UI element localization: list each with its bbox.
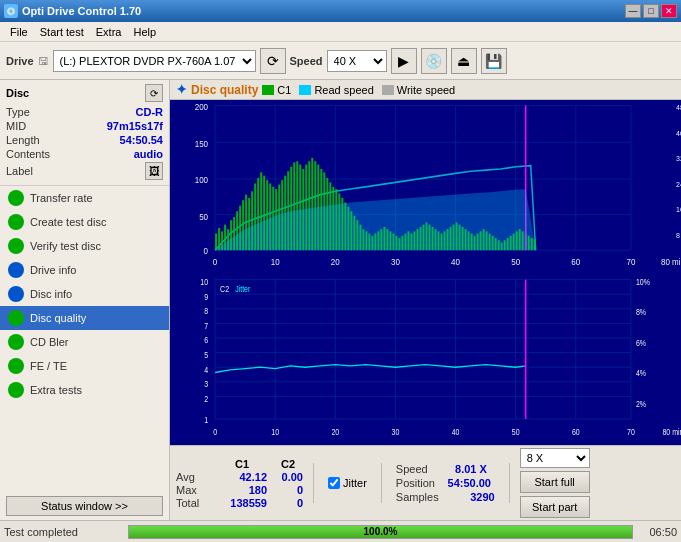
svg-text:30: 30 [391,256,400,267]
disc-length-value: 54:50.54 [120,134,163,146]
disc-section: Disc ⟳ Type CD-R MID 97m15s17f Length 54… [0,80,169,186]
svg-text:80 min: 80 min [662,426,681,436]
speed-label: Speed [290,55,323,67]
sidebar-item-drive-info[interactable]: Drive info [0,258,169,282]
stats-divider-3 [509,463,510,503]
menu-extra[interactable]: Extra [90,25,128,39]
nav-icon-create-test-disc [8,214,24,230]
svg-text:20: 20 [331,256,340,267]
legend-c1: C1 [262,84,291,96]
svg-text:0: 0 [204,245,209,256]
nav-icon-verify-test-disc [8,238,24,254]
maximize-button[interactable]: □ [643,4,659,18]
bottom-chart: 10 9 8 7 6 5 4 3 2 1 C2 Jitter [170,273,681,446]
disc-contents-row: Contents audio [6,147,163,161]
legend-write-speed: Write speed [382,84,456,96]
close-button[interactable]: ✕ [661,4,677,18]
status-window-button[interactable]: Status window >> [6,496,163,516]
nav-icon-fe-te [8,358,24,374]
stats-max-row: Max 180 0 [176,484,303,496]
menu-start-test[interactable]: Start test [34,25,90,39]
sidebar-item-extra-tests[interactable]: Extra tests [0,378,169,402]
speed-select[interactable]: 40 X [327,50,387,72]
sidebar-item-verify-test-disc[interactable]: Verify test disc [0,234,169,258]
drive-refresh-button[interactable]: ⟳ [260,48,286,74]
samples-row: Samples 3290 [396,491,495,503]
sidebar-item-transfer-rate[interactable]: Transfer rate [0,186,169,210]
sidebar-item-fe-te[interactable]: FE / TE [0,354,169,378]
disc-mid-label: MID [6,120,26,132]
legend-c1-color [262,85,274,95]
legend-write-speed-color [382,85,394,95]
svg-text:8: 8 [204,306,208,316]
toolbar-go-button[interactable]: ▶ [391,48,417,74]
disc-refresh-button[interactable]: ⟳ [145,84,163,102]
sidebar-item-disc-info[interactable]: Disc info [0,282,169,306]
nav-label-drive-info: Drive info [30,264,76,276]
jitter-check-group: Jitter [324,477,371,489]
nav-icon-drive-info [8,262,24,278]
minimize-button[interactable]: — [625,4,641,18]
buttons-col: 8 X Start full Start part [520,448,590,518]
svg-text:80 min: 80 min [661,256,681,267]
title-bar-text: 💿 Opti Drive Control 1.70 [4,4,141,18]
sidebar-item-disc-quality[interactable]: Disc quality [0,306,169,330]
position-label: Position [396,477,435,489]
speed-value: 8.01 X [437,463,487,475]
drive-select[interactable]: (L:) PLEXTOR DVDR PX-760A 1.07 [53,50,256,72]
sidebar-item-create-test-disc[interactable]: Create test disc [0,210,169,234]
disc-label-button[interactable]: 🖼 [145,162,163,180]
sidebar-item-cd-bler[interactable]: CD Bler [0,330,169,354]
stats-avg-c2: 0.00 [273,471,303,483]
toolbar: Drive 🖫 (L:) PLEXTOR DVDR PX-760A 1.07 ⟳… [0,42,681,80]
svg-text:70: 70 [627,426,635,436]
jitter-label: Jitter [343,477,367,489]
svg-text:4: 4 [204,364,208,374]
svg-text:10: 10 [271,256,280,267]
status-bar: Test completed 100.0% 06:50 [0,520,681,542]
stats-total-c2: 0 [273,497,303,509]
svg-text:50: 50 [199,212,208,223]
toolbar-eject-button[interactable]: ⏏ [451,48,477,74]
svg-text:30: 30 [392,426,400,436]
start-part-button[interactable]: Start part [520,496,590,518]
app-title: Opti Drive Control 1.70 [22,5,141,17]
menu-help[interactable]: Help [127,25,162,39]
disc-label-row: Label 🖼 [6,161,163,181]
start-full-button[interactable]: Start full [520,471,590,493]
title-bar: 💿 Opti Drive Control 1.70 — □ ✕ [0,0,681,22]
svg-text:40: 40 [452,426,460,436]
samples-label: Samples [396,491,439,503]
speed-row: Speed 8.01 X [396,463,495,475]
nav-icon-disc-quality [8,310,24,326]
disc-contents-label: Contents [6,148,50,160]
menu-file[interactable]: File [4,25,34,39]
svg-text:50: 50 [511,256,520,267]
svg-text:40 X: 40 X [676,128,681,137]
stats-c1-header: C1 [217,458,267,470]
svg-text:10: 10 [271,426,279,436]
disc-type-label: Type [6,106,30,118]
nav-label-disc-info: Disc info [30,288,72,300]
top-chart: 200 150 100 50 0 0 10 20 30 40 50 60 70 … [170,100,681,273]
nav-label-extra-tests: Extra tests [30,384,82,396]
svg-text:Jitter: Jitter [235,283,250,293]
disc-type-value: CD-R [136,106,164,118]
stats-total-row: Total 138559 0 [176,497,303,509]
status-text: Test completed [4,526,124,538]
sidebar: Disc ⟳ Type CD-R MID 97m15s17f Length 54… [0,80,170,520]
charts-container: 200 150 100 50 0 0 10 20 30 40 50 60 70 … [170,100,681,445]
legend-read-speed-color [299,85,311,95]
svg-text:100: 100 [195,175,209,186]
jitter-checkbox[interactable] [328,477,340,489]
stats-labels-col: C1 C2 Avg 42.12 0.00 Max 180 0 Total 138… [176,458,303,509]
toolbar-disc-button[interactable]: 💿 [421,48,447,74]
svg-text:5: 5 [204,350,208,360]
svg-text:24 X: 24 X [676,179,681,188]
test-speed-select[interactable]: 8 X [520,448,590,468]
chart-legend: C1 Read speed Write speed [262,84,455,96]
toolbar-save-button[interactable]: 💾 [481,48,507,74]
svg-text:150: 150 [195,138,209,149]
stats-avg-label: Avg [176,471,211,483]
svg-text:4%: 4% [636,368,647,378]
